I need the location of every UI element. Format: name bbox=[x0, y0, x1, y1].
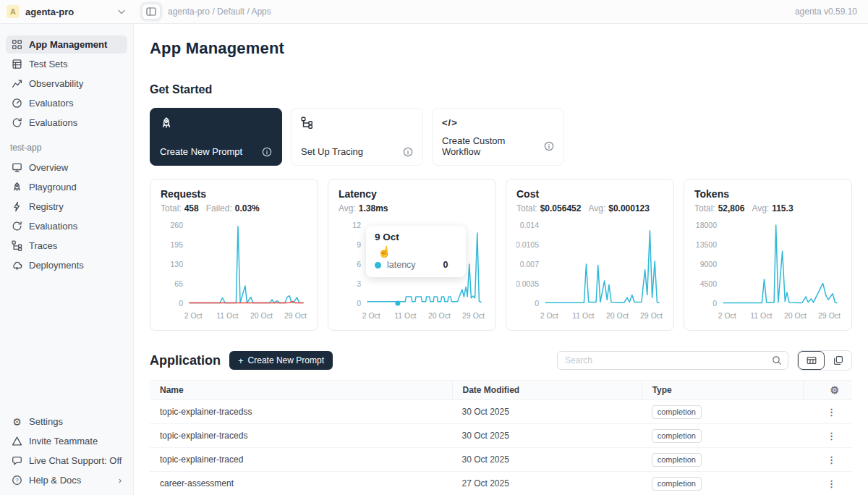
sidebar-item-evaluations[interactable]: Evaluations bbox=[6, 114, 127, 132]
info-icon[interactable] bbox=[544, 141, 554, 151]
chevron-right-icon: › bbox=[119, 475, 122, 485]
create-new-prompt-card[interactable]: Create New Prompt bbox=[150, 108, 282, 166]
app-section-label: test-app bbox=[10, 143, 127, 153]
chart-title: Requests bbox=[161, 188, 307, 200]
test-sets-icon bbox=[12, 59, 22, 69]
sidebar-item-label: Playground bbox=[29, 181, 77, 193]
create-new-prompt-button[interactable]: + Create New Prompt bbox=[229, 351, 333, 370]
sidebar-item-evaluators[interactable]: Evaluators bbox=[6, 94, 127, 112]
svg-text:130: 130 bbox=[170, 260, 183, 268]
card-label: Set Up Tracing bbox=[301, 146, 363, 157]
app-version: agenta v0.59.10 bbox=[795, 7, 868, 17]
chart-stats: Total:458Failed:0.03% bbox=[161, 203, 307, 213]
svg-text:20 Oct: 20 Oct bbox=[606, 311, 629, 320]
triangle-icon bbox=[12, 436, 22, 447]
application-header: Application + Create New Prompt bbox=[150, 350, 852, 371]
type-badge: completion bbox=[652, 477, 702, 491]
get-started-cards: Create New Prompt Set Up Tracing </> Cre… bbox=[150, 108, 852, 166]
sidebar-item-observability[interactable]: Observability bbox=[6, 75, 127, 93]
set-up-tracing-card[interactable]: Set Up Tracing bbox=[291, 108, 423, 166]
collapse-sidebar-button[interactable] bbox=[142, 4, 161, 20]
workspace-name: agenta-pro bbox=[25, 7, 74, 17]
get-started-title: Get Started bbox=[150, 83, 852, 96]
sidebar-item-label: Live Chat Support: Off bbox=[29, 454, 122, 467]
row-menu-icon[interactable]: ⋮ bbox=[827, 479, 836, 488]
sidebar-item-label: Test Sets bbox=[29, 58, 67, 70]
svg-text:195: 195 bbox=[170, 240, 183, 249]
svg-text:0.0035: 0.0035 bbox=[516, 279, 539, 288]
sidebar-item-overview[interactable]: Overview bbox=[6, 158, 127, 177]
table-row[interactable]: topic-explainer-traceds 30 Oct 2025 comp… bbox=[150, 424, 852, 448]
observability-icon bbox=[12, 78, 22, 89]
search-box bbox=[557, 351, 788, 370]
series-dot bbox=[375, 262, 381, 268]
sidebar-item-test-sets[interactable]: Test Sets bbox=[6, 55, 127, 73]
sidebar-item-registry[interactable]: Registry bbox=[6, 198, 127, 216]
application-title: Application bbox=[150, 353, 221, 368]
tooltip-date: 9 Oct bbox=[375, 232, 457, 242]
gauge-icon bbox=[12, 98, 22, 109]
row-menu-icon[interactable]: ⋮ bbox=[827, 455, 836, 465]
column-settings-cell: ⚙ bbox=[803, 381, 852, 399]
search-input[interactable] bbox=[558, 355, 766, 365]
rocket-icon bbox=[12, 182, 22, 192]
table-row[interactable]: topic-explainer-traced 30 Oct 2025 compl… bbox=[150, 448, 852, 472]
app-name: topic-explainer-traceds bbox=[150, 431, 452, 441]
svg-text:18000: 18000 bbox=[696, 221, 717, 229]
sidebar-item-live-chat[interactable]: Live Chat Support: Off bbox=[6, 452, 127, 470]
table-view-button[interactable] bbox=[798, 351, 825, 370]
sidebar-item-playground[interactable]: Playground bbox=[6, 178, 127, 196]
svg-text:11 Oct: 11 Oct bbox=[572, 311, 594, 320]
workspace-selector[interactable]: A agenta-pro bbox=[0, 0, 134, 23]
svg-text:9: 9 bbox=[357, 240, 361, 249]
sidebar-item-label: Help & Docs bbox=[29, 474, 81, 486]
svg-text:0: 0 bbox=[535, 299, 539, 308]
sidebar-item-help-docs[interactable]: ? Help & Docs › bbox=[6, 471, 127, 489]
svg-text:6: 6 bbox=[357, 260, 361, 268]
gear-icon[interactable]: ⚙ bbox=[830, 385, 839, 395]
column-header-date-modified[interactable]: Date Modified bbox=[452, 381, 642, 399]
sidebar-item-app-evaluations[interactable]: Evaluations bbox=[6, 217, 127, 235]
table-row[interactable]: career-assessment 27 Oct 2025 completion… bbox=[150, 472, 852, 495]
row-menu-icon[interactable]: ⋮ bbox=[827, 407, 836, 417]
hand-cursor-icon: ☝ bbox=[378, 245, 391, 258]
row-menu-icon[interactable]: ⋮ bbox=[827, 431, 836, 441]
breadcrumb[interactable]: agenta-pro / Default / Apps bbox=[168, 7, 271, 17]
type-badge: completion bbox=[652, 405, 702, 419]
chart-tooltip: 9 Oct ☝ latency 0 bbox=[366, 226, 466, 277]
sidebar-item-traces[interactable]: Traces bbox=[6, 237, 127, 255]
applications-table: Name Date Modified Type ⚙ topic-explaine… bbox=[150, 380, 852, 495]
card-view-button[interactable] bbox=[825, 351, 851, 370]
chart-stats: Avg:1.38ms bbox=[339, 203, 485, 213]
svg-text:20 Oct: 20 Oct bbox=[250, 311, 273, 320]
svg-text:260: 260 bbox=[170, 221, 183, 229]
chat-icon bbox=[12, 455, 22, 466]
svg-text:65: 65 bbox=[174, 279, 183, 288]
svg-text:2 Oct: 2 Oct bbox=[184, 311, 203, 320]
svg-text:2 Oct: 2 Oct bbox=[718, 311, 736, 320]
search-icon[interactable] bbox=[766, 352, 788, 369]
svg-text:11 Oct: 11 Oct bbox=[750, 311, 772, 320]
info-icon[interactable] bbox=[403, 147, 413, 157]
sidebar-item-invite-teammate[interactable]: Invite Teammate bbox=[6, 432, 127, 450]
create-custom-workflow-card[interactable]: </> Create Custom Workflow bbox=[432, 108, 564, 166]
sidebar-item-label: Overview bbox=[29, 161, 68, 174]
sidebar-item-app-management[interactable]: App Management bbox=[6, 35, 127, 54]
sidebar-item-deployments[interactable]: Deployments bbox=[6, 256, 127, 274]
svg-text:11 Oct: 11 Oct bbox=[394, 311, 416, 320]
info-icon[interactable] bbox=[262, 147, 272, 157]
column-header-type[interactable]: Type bbox=[642, 381, 803, 399]
app-name: career-assessment bbox=[150, 478, 452, 488]
rocket-icon bbox=[160, 117, 173, 130]
app-date-modified: 30 Oct 2025 bbox=[452, 407, 642, 417]
table-row[interactable]: topic-explainer-tracedss 30 Oct 2025 com… bbox=[150, 400, 852, 424]
column-header-name[interactable]: Name bbox=[150, 381, 452, 399]
svg-text:0.007: 0.007 bbox=[520, 260, 539, 268]
svg-text:13500: 13500 bbox=[696, 240, 717, 249]
sidebar-item-settings[interactable]: ⚙ Settings bbox=[6, 412, 127, 431]
chart-title: Tokens bbox=[694, 188, 841, 200]
svg-text:29 Oct: 29 Oct bbox=[640, 311, 663, 320]
app-date-modified: 30 Oct 2025 bbox=[452, 431, 642, 441]
svg-text:20 Oct: 20 Oct bbox=[428, 311, 451, 320]
gear-icon: ⚙ bbox=[12, 416, 22, 427]
